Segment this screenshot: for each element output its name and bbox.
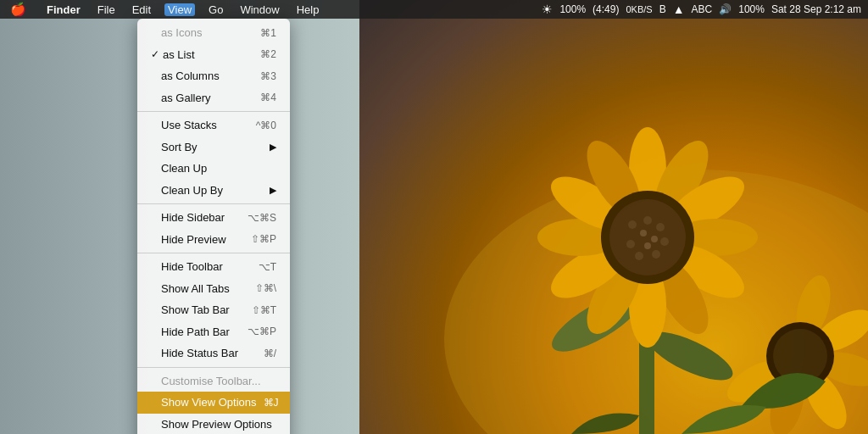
menu-item-label-hide-status-bar: Hide Status Bar: [161, 345, 238, 362]
menu-item-shortcut-show-tab-bar: ⇧⌘T: [252, 303, 276, 318]
menu-item-hide-path-bar[interactable]: Hide Path Bar⌥⌘P: [137, 321, 290, 343]
menu-item-left-show-view-options: Show View Options: [151, 394, 257, 411]
menu-item-shortcut-hide-toolbar: ⌥T: [259, 259, 276, 275]
menu-item-label-show-tab-bar: Show Tab Bar: [161, 302, 230, 319]
menu-item-shortcut-hide-path-bar: ⌥⌘P: [248, 324, 276, 339]
menu-item-label-as-gallery: as Gallery: [161, 90, 211, 107]
menu-item-hide-preview[interactable]: Hide Preview⇧⌘P: [137, 229, 290, 251]
menu-item-show-preview-options[interactable]: Show Preview Options: [137, 414, 290, 435]
submenu-arrow-icon: ▶: [270, 183, 276, 198]
apple-menu[interactable]: 🍎: [7, 2, 30, 17]
menubar-view[interactable]: View: [164, 3, 195, 16]
menubar-network-speed: 0KB/S: [626, 4, 652, 14]
menu-item-left-hide-sidebar: Hide Sidebar: [151, 209, 225, 226]
menubar-finder[interactable]: Finder: [43, 3, 84, 16]
menu-item-customise-toolbar: Customise Toolbar...: [137, 370, 290, 392]
menu-item-left-hide-preview: Hide Preview: [151, 231, 226, 248]
menu-item-hide-sidebar[interactable]: Hide Sidebar⌥⌘S: [137, 207, 290, 229]
menu-item-label-hide-preview: Hide Preview: [161, 231, 226, 248]
menu-item-left-hide-status-bar: Hide Status Bar: [151, 345, 238, 362]
menu-item-left-as-columns: as Columns: [151, 68, 220, 85]
menu-item-right-show-all-tabs: ⇧⌘\: [248, 281, 276, 296]
menu-separator: [137, 253, 290, 253]
menu-item-shortcut-as-columns: ⌘3: [260, 69, 276, 84]
menu-item-as-icons: as Icons⌘1: [137, 22, 290, 44]
menu-item-shortcut-as-gallery: ⌘4: [260, 90, 276, 105]
menubar-left: 🍎 Finder File Edit View Go Window Help: [7, 2, 322, 17]
menu-item-label-hide-sidebar: Hide Sidebar: [161, 209, 225, 226]
svg-point-27: [644, 242, 651, 249]
svg-point-20: [660, 237, 669, 246]
menu-item-label-show-all-tabs: Show All Tabs: [161, 281, 230, 298]
menu-separator: [137, 203, 290, 204]
menu-item-right-sort-by: ▶: [270, 140, 276, 154]
menu-item-left-as-icons: as Icons: [151, 25, 202, 42]
svg-point-21: [652, 250, 660, 259]
menubar-wifi-icon[interactable]: ▲: [673, 3, 685, 16]
menu-item-hide-toolbar[interactable]: Hide Toolbar⌥T: [137, 256, 290, 278]
menubar-help[interactable]: Help: [293, 3, 323, 16]
menu-item-left-hide-path-bar: Hide Path Bar: [151, 324, 230, 341]
menubar-edit[interactable]: Edit: [129, 3, 154, 16]
menu-item-show-tab-bar[interactable]: Show Tab Bar⇧⌘T: [137, 299, 290, 321]
menu-item-sort-by[interactable]: Sort By▶: [137, 136, 290, 159]
menu-item-right-hide-toolbar: ⌥T: [252, 259, 276, 275]
menubar-datetime: Sat 28 Sep 2:12 am: [771, 3, 861, 15]
menubar-go[interactable]: Go: [205, 3, 226, 16]
menubar-brightness-icon[interactable]: ☀: [542, 3, 553, 16]
menu-item-as-list[interactable]: ✓as List⌘2: [137, 44, 290, 66]
menu-item-left-clean-up-by: Clean Up By: [151, 182, 223, 199]
svg-point-24: [628, 220, 637, 229]
menu-item-label-hide-path-bar: Hide Path Bar: [161, 324, 230, 341]
menu-item-as-columns[interactable]: as Columns⌘3: [137, 65, 290, 87]
menubar-battery-percent: 100%: [559, 3, 586, 15]
svg-point-26: [651, 236, 658, 242]
menu-item-label-sort-by: Sort By: [161, 139, 198, 156]
menu-item-use-stacks[interactable]: Use Stacks^⌘0: [137, 114, 290, 136]
menu-item-show-all-tabs[interactable]: Show All Tabs⇧⌘\: [137, 278, 290, 300]
svg-point-19: [656, 223, 665, 231]
submenu-arrow-icon: ▶: [270, 140, 276, 154]
menu-item-right-use-stacks: ^⌘0: [249, 118, 276, 133]
menu-item-label-show-view-options: Show View Options: [161, 394, 257, 411]
menu-item-label-as-icons: as Icons: [161, 25, 202, 42]
menu-item-right-as-list: ⌘2: [253, 47, 276, 62]
view-dropdown-menu: as Icons⌘1✓as List⌘2as Columns⌘3as Galle…: [137, 19, 290, 434]
menubar-battery-time: (4:49): [593, 3, 619, 15]
menu-item-shortcut-hide-status-bar: ⌘/: [264, 346, 276, 361]
menu-item-shortcut-as-icons: ⌘1: [260, 25, 276, 41]
menu-item-left-clean-up: Clean Up: [151, 160, 207, 177]
menu-item-label-as-list: as List: [163, 47, 195, 64]
menu-item-label-clean-up-by: Clean Up By: [161, 182, 223, 199]
menu-item-clean-up[interactable]: Clean Up: [137, 158, 290, 180]
menu-item-left-show-preview-options: Show Preview Options: [151, 416, 272, 433]
menu-item-clean-up-by[interactable]: Clean Up By▶: [137, 180, 290, 202]
menubar-bluetooth-icon[interactable]: B: [659, 3, 666, 15]
menubar-battery-icon[interactable]: 100%: [738, 3, 765, 15]
menu-item-left-customise-toolbar: Customise Toolbar...: [151, 373, 261, 390]
svg-point-18: [643, 216, 652, 225]
menu-item-as-gallery[interactable]: as Gallery⌘4: [137, 87, 290, 109]
menu-item-left-show-all-tabs: Show All Tabs: [151, 281, 230, 298]
menu-item-right-show-view-options: ⌘J: [257, 395, 279, 410]
menubar-window[interactable]: Window: [236, 3, 282, 16]
menu-item-right-hide-sidebar: ⌥⌘S: [241, 210, 276, 225]
menu-item-right-as-icons: ⌘1: [253, 25, 276, 41]
menu-item-left-hide-toolbar: Hide Toolbar: [151, 259, 223, 275]
menu-item-shortcut-hide-sidebar: ⌥⌘S: [248, 210, 276, 225]
menubar-volume-icon[interactable]: 🔊: [719, 3, 732, 15]
menu-item-show-view-options[interactable]: Show View Options⌘J: [137, 392, 290, 414]
menu-item-hide-status-bar[interactable]: Hide Status Bar⌘/: [137, 342, 290, 364]
svg-point-25: [640, 230, 647, 236]
menubar-keyboard-input[interactable]: ABC: [692, 3, 713, 15]
svg-point-22: [635, 252, 643, 260]
menu-separator: [137, 111, 290, 112]
menu-item-left-as-gallery: as Gallery: [151, 90, 211, 107]
menubar-file[interactable]: File: [94, 3, 119, 16]
menu-item-shortcut-as-list: ⌘2: [260, 47, 276, 62]
svg-point-17: [609, 199, 686, 275]
menu-item-left-use-stacks: Use Stacks: [151, 117, 217, 134]
menu-item-label-as-columns: as Columns: [161, 68, 220, 85]
menu-item-shortcut-show-view-options: ⌘J: [264, 395, 279, 410]
menu-item-right-as-gallery: ⌘4: [253, 90, 276, 105]
